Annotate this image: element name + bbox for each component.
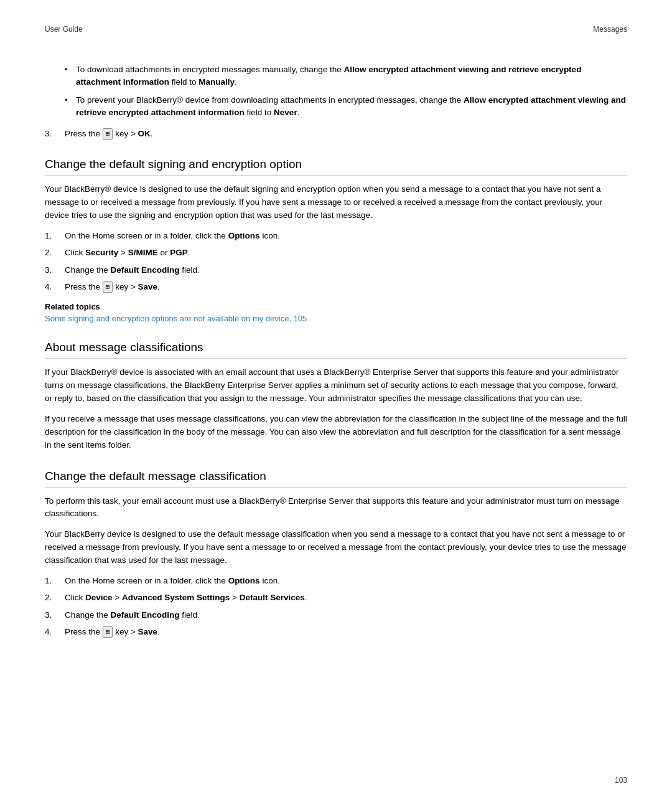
step-number: 3.	[45, 128, 65, 140]
list-item: 2. Click Device > Advanced System Settin…	[45, 592, 627, 604]
step-number: 2.	[45, 247, 65, 259]
step-number: 4.	[45, 281, 65, 293]
step-content: Change the Default Encoding field.	[65, 264, 627, 276]
section2-body2: If you receive a message that uses messa…	[45, 413, 627, 452]
step-content: Press the ⊞ key > Save.	[65, 626, 627, 638]
page-header: User Guide Messages	[45, 25, 627, 34]
list-item: 4. Press the ⊞ key > Save.	[45, 281, 627, 293]
step-number: 4.	[45, 626, 65, 638]
list-item: 2. Click Security > S/MIME or PGP.	[45, 247, 627, 259]
list-item: 1. On the Home screen or in a folder, cl…	[45, 575, 627, 587]
step-number: 1.	[45, 575, 65, 587]
step-number: 3.	[45, 264, 65, 276]
bullet-list: To download attachments in encrypted mes…	[45, 64, 627, 119]
list-item: 1. On the Home screen or in a folder, cl…	[45, 230, 627, 242]
step-content: On the Home screen or in a folder, click…	[65, 575, 627, 587]
section1-heading: Change the default signing and encryptio…	[45, 158, 627, 176]
section3-body1: To perform this task, your email account…	[45, 495, 627, 521]
list-item: 3. Change the Default Encoding field.	[45, 264, 627, 276]
bb-menu-icon: ⊞	[103, 128, 113, 139]
section2-heading: About message classifications	[45, 341, 627, 359]
header-left: User Guide	[45, 25, 83, 34]
list-item: 3. Press the ⊞ key > OK.	[45, 128, 627, 140]
list-item: 3. Change the Default Encoding field.	[45, 609, 627, 621]
section1-steps: 1. On the Home screen or in a folder, cl…	[45, 230, 627, 293]
section3-steps: 1. On the Home screen or in a folder, cl…	[45, 575, 627, 638]
list-item: To prevent your BlackBerry® device from …	[65, 94, 627, 120]
page: User Guide Messages To download attachme…	[0, 0, 672, 807]
header-right: Messages	[593, 25, 627, 34]
step-content: Click Device > Advanced System Settings …	[65, 592, 627, 604]
section2-body1: If your BlackBerry® device is associated…	[45, 366, 627, 405]
bullet-text-1: To download attachments in encrypted mes…	[76, 65, 581, 87]
related-topics: Related topics Some signing and encrypti…	[45, 302, 627, 323]
step-content: Click Security > S/MIME or PGP.	[65, 247, 627, 259]
section3-body2: Your BlackBerry device is designed to us…	[45, 528, 627, 567]
bb-menu-icon: ⊞	[103, 281, 113, 293]
bb-menu-icon: ⊞	[103, 626, 113, 638]
related-topics-heading: Related topics	[45, 302, 627, 311]
intro-steps: 3. Press the ⊞ key > OK.	[45, 128, 627, 140]
list-item: To download attachments in encrypted mes…	[65, 64, 627, 89]
step-number: 3.	[45, 609, 65, 621]
section1-body1: Your BlackBerry® device is designed to u…	[45, 183, 627, 222]
step-number: 1.	[45, 230, 65, 242]
step-content: On the Home screen or in a folder, click…	[65, 230, 627, 242]
list-item: 4. Press the ⊞ key > Save.	[45, 626, 627, 638]
step-content: Press the ⊞ key > OK.	[65, 128, 627, 140]
related-link[interactable]: Some signing and encryption options are …	[45, 314, 307, 323]
page-number: 103	[615, 776, 627, 785]
bullet-text-2: To prevent your BlackBerry® device from …	[76, 95, 626, 117]
step-content: Press the ⊞ key > Save.	[65, 281, 627, 293]
step-content: Change the Default Encoding field.	[65, 609, 627, 621]
section3-heading: Change the default message classificatio…	[45, 470, 627, 488]
step-number: 2.	[45, 592, 65, 604]
